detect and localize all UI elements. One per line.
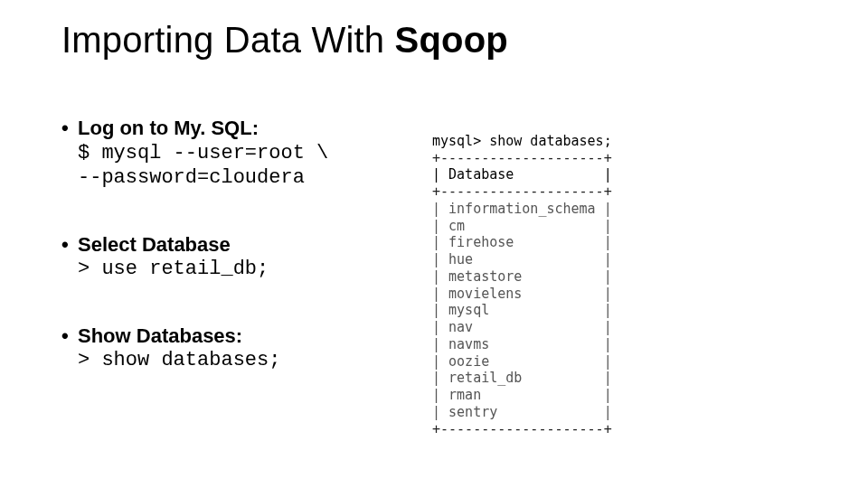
bullet-label: Show Databases: — [78, 324, 242, 349]
terminal-row: | retail_db | — [432, 370, 612, 386]
terminal-row: | rman | — [432, 387, 612, 403]
terminal-row: | sentry | — [432, 404, 612, 420]
terminal-border: +--------------------+ — [432, 183, 612, 200]
bullet-line: • Log on to My. SQL: — [61, 116, 423, 141]
bullet-label: Log on to My. SQL: — [78, 116, 259, 141]
terminal-row: | navms | — [432, 336, 612, 352]
bullet-list: • Log on to My. SQL: $ mysql --user=root… — [61, 116, 423, 415]
terminal-row: | hue | — [432, 251, 612, 267]
bullet-icon: • — [61, 116, 78, 141]
bullet-icon: • — [61, 232, 78, 258]
list-item: • Show Databases: > show databases; — [61, 324, 423, 373]
terminal-prompt: mysql> show databases; — [432, 133, 612, 149]
terminal-row: | oozie | — [432, 353, 612, 370]
terminal-row: | cm | — [432, 218, 612, 234]
terminal-border: +--------------------+ — [432, 150, 612, 166]
bullet-icon: • — [61, 324, 78, 349]
code-block: > show databases; — [78, 348, 423, 373]
title-bold: Sqoop — [395, 20, 508, 60]
code-block: $ mysql --user=root \ --password=clouder… — [78, 141, 423, 191]
code-block: > use retail_db; — [78, 257, 423, 282]
terminal-header: | Database | — [432, 166, 612, 183]
terminal-border: +--------------------+ — [432, 421, 612, 437]
bullet-line: • Select Database — [61, 232, 423, 258]
terminal-row: | movielens | — [432, 286, 612, 302]
list-item: • Select Database > use retail_db; — [61, 232, 423, 282]
terminal-output: mysql> show databases; +----------------… — [432, 116, 612, 455]
list-item: • Log on to My. SQL: $ mysql --user=root… — [61, 116, 423, 191]
terminal-row: | information_schema | — [432, 201, 612, 217]
title-prefix: Importing Data With — [61, 20, 395, 60]
terminal-row: | metastore | — [432, 268, 612, 285]
slide-title: Importing Data With Sqoop — [61, 20, 508, 61]
bullet-label: Select Database — [78, 232, 231, 258]
terminal-row: | firehose | — [432, 234, 612, 250]
bullet-line: • Show Databases: — [61, 324, 423, 349]
terminal-row: | mysql | — [432, 302, 612, 318]
slide: Importing Data With Sqoop • Log on to My… — [0, 0, 868, 488]
terminal-row: | nav | — [432, 319, 612, 335]
